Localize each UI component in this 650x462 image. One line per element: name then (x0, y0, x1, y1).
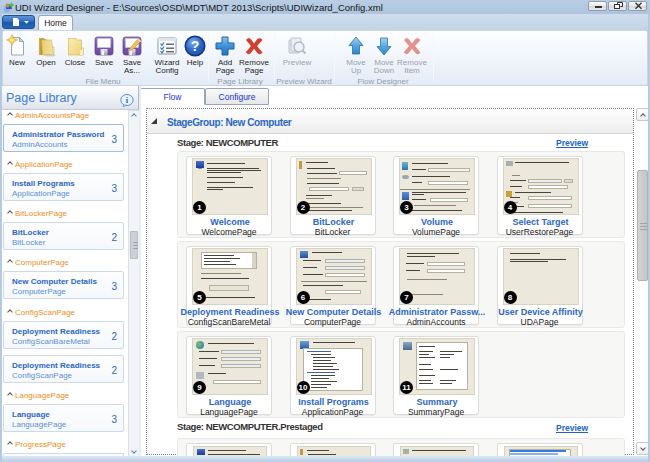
svg-text:?: ? (191, 38, 200, 54)
